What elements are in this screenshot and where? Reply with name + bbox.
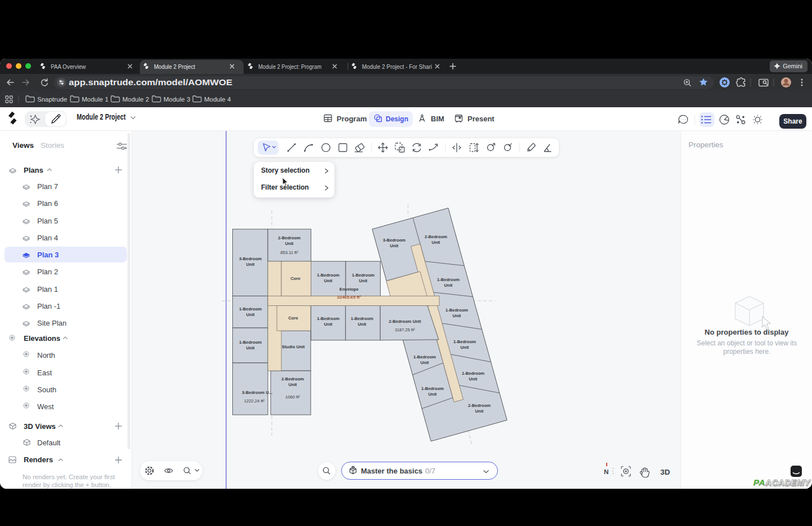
svg-text:1-Bedroom: 1-Bedroom: [239, 306, 262, 312]
svg-text:1060 ft²: 1060 ft²: [285, 394, 300, 400]
svg-text:Module 4: Module 4: [204, 96, 231, 103]
svg-text:Renders: Renders: [24, 455, 53, 464]
svg-text:Unit: Unit: [444, 283, 453, 288]
svg-text:1-Bedroom: 1-Bedroom: [445, 308, 468, 313]
svg-text:Unit: Unit: [246, 312, 255, 317]
svg-text:2-Bedroom: 2-Bedroom: [468, 403, 491, 408]
svg-text:N: N: [604, 468, 608, 475]
svg-text:1222.24 ft²: 1222.24 ft²: [244, 398, 265, 404]
svg-text:3-Bedroom U...: 3-Bedroom U...: [242, 390, 272, 395]
svg-text:Plan 1: Plan 1: [37, 285, 58, 293]
svg-text:Plan 2: Plan 2: [37, 268, 58, 276]
svg-text:PAA Overview: PAA Overview: [51, 63, 86, 70]
svg-text:Module 2 Project: Module 2 Project: [154, 63, 196, 70]
svg-text:1-Bedroom: 1-Bedroom: [351, 316, 373, 321]
svg-text:Unit: Unit: [390, 243, 399, 248]
svg-text:Module 3: Module 3: [164, 96, 190, 103]
svg-text:1-Bedroom: 1-Bedroom: [462, 371, 484, 376]
svg-text:Module 1: Module 1: [82, 96, 108, 103]
svg-text:Plan -1: Plan -1: [37, 302, 60, 310]
svg-text:Unit: Unit: [461, 345, 469, 350]
svg-text:Elevations: Elevations: [24, 334, 60, 343]
svg-text:3D: 3D: [660, 468, 670, 476]
svg-text:Plan 6: Plan 6: [37, 199, 58, 208]
svg-text:North: North: [37, 351, 55, 360]
svg-text:1-Bedroom: 1-Bedroom: [437, 277, 460, 282]
svg-text:Unit: Unit: [453, 313, 461, 318]
svg-text:1-Bedroom: 1-Bedroom: [317, 316, 339, 321]
svg-text:No renders yet. Create your fi: No renders yet. Create your first: [23, 474, 115, 480]
svg-text:Envelope: Envelope: [339, 287, 359, 292]
svg-text:1-Bedroom: 1-Bedroom: [413, 354, 436, 360]
svg-text:2-Bedroom: 2-Bedroom: [281, 376, 304, 382]
svg-text:1-Bedroom: 1-Bedroom: [352, 273, 374, 278]
svg-text:Snaptrude: Snaptrude: [37, 96, 67, 103]
svg-text:Unit: Unit: [324, 278, 333, 283]
svg-text:West: West: [37, 402, 54, 411]
svg-text:Plan 3: Plan 3: [37, 251, 59, 259]
svg-text:Unit: Unit: [246, 262, 255, 267]
svg-text:1-Bedroom: 1-Bedroom: [453, 339, 476, 344]
svg-text:1-Bedroom: 1-Bedroom: [317, 273, 339, 278]
svg-text:Module 2: Module 2: [122, 96, 149, 103]
svg-text:Plan 4: Plan 4: [37, 234, 58, 242]
svg-text:Unit: Unit: [289, 382, 297, 387]
svg-text:Unit: Unit: [432, 240, 440, 245]
svg-text:Unit: Unit: [285, 241, 294, 246]
svg-text:2-Bedroom: 2-Bedroom: [425, 234, 447, 239]
svg-text:Site Plan: Site Plan: [37, 319, 67, 327]
svg-text:Unit: Unit: [358, 322, 367, 327]
svg-text:1187.25 ft²: 1187.25 ft²: [395, 327, 415, 332]
svg-text:South: South: [37, 385, 56, 394]
svg-text:1-Bedroom: 1-Bedroom: [421, 386, 444, 391]
svg-text:2-Bedroom: 2-Bedroom: [278, 235, 301, 240]
svg-text:Unit: Unit: [324, 322, 333, 327]
svg-text:Plan 7: Plan 7: [37, 182, 58, 191]
svg-text:Unit: Unit: [475, 409, 484, 414]
svg-text:853.11 ft²: 853.11 ft²: [280, 250, 298, 255]
svg-text:22465.65 ft²: 22465.65 ft²: [337, 295, 361, 300]
svg-text:render by clicking the + butto: render by clicking the + button.: [23, 481, 111, 488]
svg-text:Module 2 Project: Program: Module 2 Project: Program: [258, 63, 321, 70]
svg-text:3D Views: 3D Views: [24, 422, 56, 431]
svg-text:East: East: [37, 369, 52, 377]
svg-text:Unit: Unit: [246, 345, 255, 350]
svg-text:Default: Default: [37, 439, 61, 447]
svg-text:Unit: Unit: [359, 278, 368, 283]
svg-text:Unit: Unit: [429, 392, 437, 397]
svg-text:3-Bedroom: 3-Bedroom: [383, 238, 405, 243]
svg-text:Unit: Unit: [469, 376, 478, 382]
svg-text:Plan 5: Plan 5: [37, 217, 58, 225]
svg-text:Plans: Plans: [24, 166, 43, 174]
svg-text:Core: Core: [288, 315, 298, 321]
svg-text:Module 2 Project - For Shari: Module 2 Project - For Shari: [362, 63, 432, 70]
svg-text:Module 2 Project: Module 2 Project: [77, 112, 126, 121]
svg-text:2-Bedroom Unit: 2-Bedroom Unit: [389, 319, 421, 324]
svg-text:1-Bedroom: 1-Bedroom: [239, 340, 262, 345]
svg-text:Unit: Unit: [421, 360, 429, 365]
svg-text:Core: Core: [290, 276, 300, 281]
svg-text:Studio Unit: Studio Unit: [282, 344, 305, 349]
svg-text:3-Bedroom: 3-Bedroom: [239, 256, 262, 261]
svg-text:app.snaptrude.com/model/AOMWOE: app.snaptrude.com/model/AOMWOE: [69, 78, 232, 87]
